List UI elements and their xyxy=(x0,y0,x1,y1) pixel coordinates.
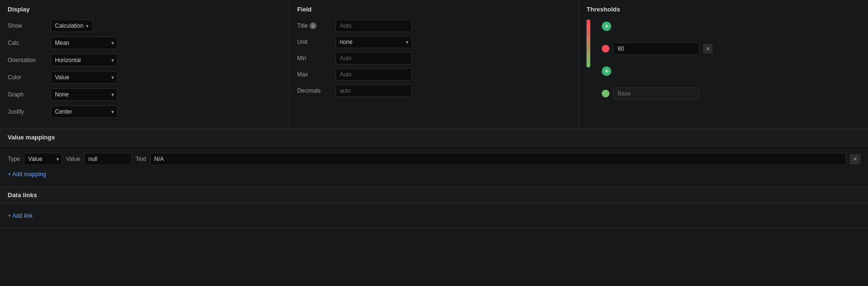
remove-mapping-button[interactable]: × xyxy=(850,154,860,164)
title-input[interactable] xyxy=(336,20,412,32)
color-row: Color Value Fixed xyxy=(8,71,282,84)
data-links-section: Data links + Add link xyxy=(0,187,868,228)
add-link-button[interactable]: + Add link xyxy=(8,211,33,221)
type-label: Type xyxy=(8,156,20,162)
decimals-input[interactable] xyxy=(336,85,412,97)
value-mappings-header: Value mappings xyxy=(0,129,868,146)
orientation-select[interactable]: Horizontal Vertical xyxy=(51,54,118,66)
justify-select-wrapper: Center Left Right Auto xyxy=(51,106,118,118)
text-input[interactable] xyxy=(150,153,846,165)
graph-select[interactable]: None Line Bar xyxy=(51,88,118,101)
graph-row: Graph None Line Bar xyxy=(8,88,282,101)
justify-label: Justify xyxy=(8,108,51,115)
show-arrow-icon: ▾ xyxy=(86,23,88,29)
title-field-label: Title i xyxy=(297,22,336,29)
threshold-value-input[interactable] xyxy=(613,42,699,55)
graph-select-wrapper: None Line Bar xyxy=(51,88,118,101)
color-select[interactable]: Value Fixed xyxy=(51,71,118,84)
type-select-wrapper: Value Range Null xyxy=(24,153,62,165)
threshold-base-input[interactable] xyxy=(613,87,699,100)
show-button[interactable]: Calculation ▾ xyxy=(51,20,93,32)
add-threshold-middle-button[interactable]: + xyxy=(602,66,611,76)
unit-select[interactable]: none xyxy=(336,36,412,48)
calc-select-wrapper: Mean Last First Max Min Sum Count xyxy=(51,37,118,49)
mapping-row: Type Value Range Null Value Text × xyxy=(8,153,860,165)
unit-row: Unit none xyxy=(297,36,571,48)
title-row: Title i xyxy=(297,20,571,32)
threshold-add-middle-row: + xyxy=(602,66,713,76)
decimals-row: Decimals xyxy=(297,85,571,97)
decimals-label: Decimals xyxy=(297,87,336,94)
graph-label: Graph xyxy=(8,91,51,98)
display-panel: Display Show Calculation ▾ Calc Mean Las… xyxy=(0,0,290,128)
max-input[interactable] xyxy=(336,68,412,81)
threshold-rows: + × + xyxy=(602,20,713,100)
max-row: Max xyxy=(297,68,571,81)
unit-label: Unit xyxy=(297,39,336,45)
threshold-add-top-row: + xyxy=(602,21,713,31)
type-select[interactable]: Value Range Null xyxy=(24,153,62,165)
show-row: Show Calculation ▾ xyxy=(8,20,282,32)
orientation-select-wrapper: Horizontal Vertical xyxy=(51,54,118,66)
add-threshold-top-button[interactable]: + xyxy=(602,21,611,31)
max-label: Max xyxy=(297,71,336,78)
field-title: Field xyxy=(297,6,571,13)
show-label: Show xyxy=(8,22,51,29)
text-label: Text xyxy=(136,156,146,162)
calc-select[interactable]: Mean Last First Max Min Sum Count xyxy=(51,37,118,49)
thresholds-panel: Thresholds + × + xyxy=(579,0,868,128)
justify-select[interactable]: Center Left Right Auto xyxy=(51,106,118,118)
unit-select-wrapper: none xyxy=(336,36,412,48)
color-label: Color xyxy=(8,74,51,81)
threshold-red-row: × xyxy=(602,42,713,55)
add-mapping-button[interactable]: + Add mapping xyxy=(8,169,46,180)
min-row: Min xyxy=(297,52,571,64)
calc-row: Calc Mean Last First Max Min Sum Count xyxy=(8,37,282,49)
thresholds-content: + × + xyxy=(586,20,860,100)
orientation-label: Orientation xyxy=(8,57,51,64)
threshold-green-color[interactable] xyxy=(602,90,609,97)
value-mappings-body: Type Value Range Null Value Text × + Add… xyxy=(0,146,868,186)
thresholds-title: Thresholds xyxy=(586,6,860,13)
value-mappings-section: Value mappings Type Value Range Null Val… xyxy=(0,129,868,187)
data-links-header: Data links xyxy=(0,187,868,204)
threshold-gradient xyxy=(586,20,590,67)
calc-label: Calc xyxy=(8,40,51,46)
orientation-row: Orientation Horizontal Vertical xyxy=(8,54,282,66)
color-select-wrapper: Value Fixed xyxy=(51,71,118,84)
data-links-body: + Add link xyxy=(0,204,868,228)
value-label: Value xyxy=(66,156,80,162)
remove-threshold-button[interactable]: × xyxy=(703,44,713,53)
min-label: Min xyxy=(297,55,336,62)
justify-row: Justify Center Left Right Auto xyxy=(8,106,282,118)
threshold-red-color[interactable] xyxy=(602,45,609,53)
title-info-icon[interactable]: i xyxy=(310,22,316,29)
value-input[interactable] xyxy=(84,153,132,165)
min-input[interactable] xyxy=(336,52,412,64)
display-title: Display xyxy=(8,6,282,13)
threshold-base-row xyxy=(602,87,713,100)
field-panel: Field Title i Unit none Min Max D xyxy=(290,0,579,128)
show-value: Calculation xyxy=(55,22,83,29)
